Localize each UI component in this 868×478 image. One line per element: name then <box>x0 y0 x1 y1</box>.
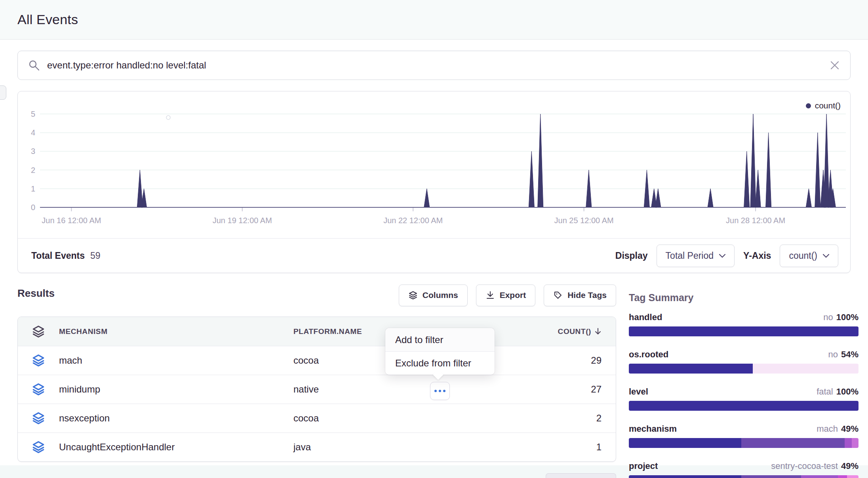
results-table: MECHANISM PLATFORM.NAME COUNT() machcoco… <box>17 317 616 462</box>
legend-count-dot <box>806 103 811 108</box>
page-title: All Events <box>17 12 78 27</box>
row-stack-icon <box>18 412 59 425</box>
tag-bar-segment[interactable] <box>629 475 741 478</box>
chevron-down-icon <box>823 254 829 258</box>
search-icon <box>28 59 40 71</box>
search-input[interactable]: event.type:error handled:no level:fatal <box>47 60 830 71</box>
column-header-count-label: COUNT() <box>558 327 591 336</box>
cell-mechanism[interactable]: UncaughtExceptionHandler <box>59 442 293 453</box>
tag-item-level: levelfatal100% <box>629 387 858 411</box>
row-stack-icon <box>18 383 59 396</box>
tag-name: mechanism <box>629 424 677 434</box>
columns-button[interactable]: Columns <box>399 285 468 306</box>
results-toolbar: Columns Export Hide Tags <box>399 282 616 309</box>
tag-item-handled: handledno100% <box>629 312 858 336</box>
svg-text:Jun 28 12:00 AM: Jun 28 12:00 AM <box>726 216 785 225</box>
svg-text:Jun 19 12:00 AM: Jun 19 12:00 AM <box>213 216 272 225</box>
tag-bar-segment[interactable] <box>741 438 845 448</box>
display-select-value: Total Period <box>666 250 714 261</box>
tag-distribution-bar[interactable] <box>629 364 858 374</box>
total-events-label: Total Events <box>31 250 85 261</box>
tag-bar-segment[interactable] <box>629 401 858 411</box>
tag-bar-segment[interactable] <box>845 438 851 448</box>
tag-name: project <box>629 461 658 471</box>
pagination-partial[interactable] <box>546 473 616 478</box>
cell-mechanism[interactable]: mach <box>59 355 293 366</box>
tag-bar-segment[interactable] <box>847 475 858 478</box>
table-header-row: MECHANISM PLATFORM.NAME COUNT() <box>18 317 616 346</box>
tag-distribution-bar[interactable] <box>629 401 858 411</box>
stack-icon <box>31 325 46 338</box>
hide-tags-button[interactable]: Hide Tags <box>544 285 616 306</box>
export-button[interactable]: Export <box>476 285 536 306</box>
table-row: minidumpnative27 <box>18 375 616 404</box>
svg-text:Jun 22 12:00 AM: Jun 22 12:00 AM <box>383 216 443 225</box>
tag-distribution-bar[interactable] <box>629 475 858 478</box>
tag-bar-segment[interactable] <box>629 326 858 336</box>
menu-item-add-to-filter[interactable]: Add to filter <box>385 328 495 351</box>
cell-count[interactable]: 2 <box>529 413 616 424</box>
sort-desc-arrow-icon <box>594 328 602 336</box>
tag-item-project: projectsentry-cocoa-test49% <box>629 461 858 478</box>
chart-footer: Total Events 59 Display Total Period Y-A… <box>18 238 850 273</box>
svg-text:5: 5 <box>31 110 35 118</box>
legend-count-label: count() <box>815 101 841 110</box>
table-header-icon-cell <box>18 325 59 338</box>
tag-item-os.rooted: os.rootedno54% <box>629 349 858 374</box>
tag-top-value: mach49% <box>817 424 858 434</box>
tag-top-value: no54% <box>828 349 858 360</box>
events-chart-panel: 012345Jun 16 12:00 AMJun 19 12:00 AMJun … <box>17 91 851 273</box>
display-select[interactable]: Total Period <box>657 245 735 267</box>
cell-count[interactable]: 27 <box>529 384 616 395</box>
clear-search-icon[interactable] <box>830 60 840 70</box>
table-row: machcocoa29 <box>18 346 616 375</box>
results-heading: Results <box>17 287 55 300</box>
yaxis-select[interactable]: count() <box>780 245 838 267</box>
display-label: Display <box>615 250 648 261</box>
table-row: UncaughtExceptionHandlerjava1 <box>18 432 616 461</box>
cell-mechanism[interactable]: nsexception <box>59 413 293 424</box>
chart-legend[interactable]: count() <box>806 101 841 110</box>
download-icon <box>485 290 495 300</box>
tag-name: os.rooted <box>629 349 668 360</box>
chevron-down-icon <box>719 254 725 258</box>
tag-bar-segment[interactable] <box>852 438 858 448</box>
stray-point-marker <box>166 116 170 120</box>
svg-text:4: 4 <box>31 128 35 137</box>
tag-bar-segment[interactable] <box>801 475 838 478</box>
tag-bar-segment[interactable] <box>838 475 847 478</box>
column-header-mechanism[interactable]: MECHANISM <box>59 327 293 336</box>
tag-distribution-bar[interactable] <box>629 438 858 448</box>
tag-bar-segment[interactable] <box>753 364 858 374</box>
cell-action-menu: Add to filter Exclude from filter <box>385 328 495 375</box>
row-actions-button[interactable] <box>430 382 450 400</box>
tag-bar-segment[interactable] <box>629 364 753 374</box>
sidebar-drag-handle[interactable] <box>0 85 6 100</box>
tag-top-value: sentry-cocoa-test49% <box>771 461 858 471</box>
cell-platform[interactable]: cocoa <box>293 413 529 424</box>
column-header-count[interactable]: COUNT() <box>529 327 616 336</box>
cell-count[interactable]: 29 <box>529 355 616 366</box>
table-body: machcocoa29minidumpnative27nsexceptionco… <box>18 346 616 461</box>
tag-icon <box>553 290 563 300</box>
cell-mechanism[interactable]: minidump <box>59 384 293 395</box>
total-events-value: 59 <box>90 250 101 261</box>
cell-platform[interactable]: java <box>293 442 529 453</box>
hide-tags-button-label: Hide Tags <box>567 290 607 300</box>
tag-bar-segment[interactable] <box>741 475 801 478</box>
tag-top-value: no100% <box>823 312 858 322</box>
svg-text:2: 2 <box>31 166 35 175</box>
tag-top-value: fatal100% <box>817 387 858 397</box>
tag-bar-segment[interactable] <box>629 438 741 448</box>
svg-text:3: 3 <box>31 147 35 156</box>
cell-count[interactable]: 1 <box>529 442 616 453</box>
tag-distribution-bar[interactable] <box>629 326 858 336</box>
tag-summary-heading: Tag Summary <box>629 292 858 303</box>
yaxis-select-value: count() <box>789 250 817 261</box>
page-header: All Events <box>0 0 868 40</box>
search-bar[interactable]: event.type:error handled:no level:fatal <box>17 51 851 80</box>
tag-list: handledno100%os.rootedno54%levelfatal100… <box>629 312 858 478</box>
table-row: nsexceptioncocoa2 <box>18 404 616 432</box>
cell-platform[interactable]: native <box>293 384 529 395</box>
events-over-time-chart[interactable]: 012345Jun 16 12:00 AMJun 19 12:00 AMJun … <box>18 91 850 238</box>
